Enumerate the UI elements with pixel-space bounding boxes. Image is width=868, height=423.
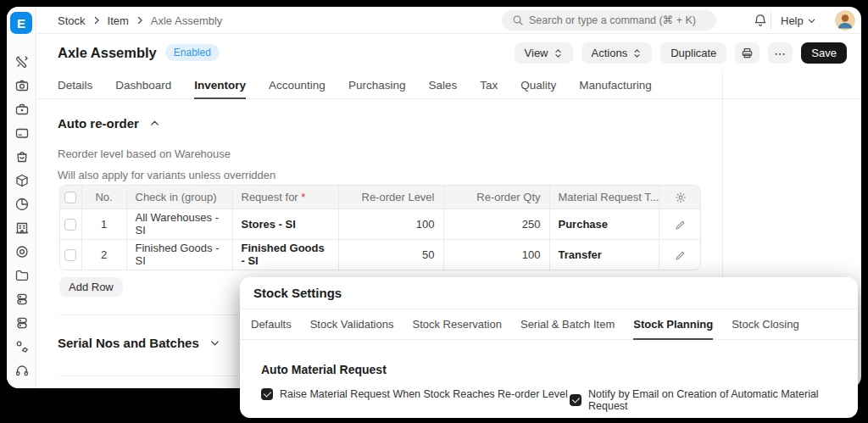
edit-row-icon[interactable] <box>675 250 686 261</box>
duplicate-label: Duplicate <box>670 47 716 59</box>
variants-help-text: Will also apply for variants unless over… <box>58 169 275 181</box>
cell-request-for[interactable]: Finished Goods - SI <box>232 239 338 270</box>
save-button[interactable]: Save <box>801 42 847 64</box>
notify-by-email-checkbox[interactable]: Notify by Email on Creation of Automatic… <box>570 388 858 412</box>
tab-stock-validations[interactable]: Stock Validations <box>310 309 394 340</box>
duplicate-button[interactable]: Duplicate <box>660 42 726 64</box>
cell-reorder-level[interactable]: 100 <box>338 209 443 239</box>
sidebar: E <box>7 7 36 388</box>
checkbox-label: Raise Material Request When Stock Reache… <box>280 388 568 400</box>
serial-nos-title: Serial Nos and Batches <box>58 336 199 350</box>
tab-purchasing[interactable]: Purchasing <box>348 72 406 99</box>
print-button[interactable] <box>735 42 760 64</box>
cell-material-request-type[interactable]: Transfer <box>549 239 659 270</box>
select-all-checkbox[interactable] <box>64 192 76 203</box>
checkbox-label: Notify by Email on Creation of Automatic… <box>588 388 858 412</box>
cell-no: 2 <box>81 239 126 270</box>
view-button[interactable]: View <box>515 42 573 64</box>
col-material-request-type: Material Request T... <box>549 186 659 209</box>
package-icon[interactable] <box>14 173 30 188</box>
save-label: Save <box>811 47 837 59</box>
checkbox-checked-icon[interactable] <box>261 388 273 400</box>
tab-serial-batch-item[interactable]: Serial & Batch Item <box>520 309 615 340</box>
raise-material-request-checkbox[interactable]: Raise Material Request When Stock Reache… <box>261 388 568 400</box>
shopping-bag-icon[interactable] <box>14 149 30 164</box>
table-row[interactable]: 2 Finished Goods - SI Finished Goods - S… <box>60 239 701 270</box>
cell-check-in[interactable]: Finished Goods - SI <box>126 239 232 270</box>
row-checkbox[interactable] <box>64 219 76 231</box>
tab-inventory[interactable]: Inventory <box>194 72 246 99</box>
stock-settings-title: Stock Settings <box>253 286 342 300</box>
updown-chevron-icon <box>554 48 563 58</box>
tab-sales[interactable]: Sales <box>428 72 457 99</box>
auto-material-request-title: Auto Material Request <box>261 363 387 376</box>
reorder-help-text: Reorder level based on Warehouse <box>58 147 231 160</box>
required-asterisk: * <box>301 191 305 203</box>
ellipsis-icon: ⋯ <box>774 47 787 60</box>
col-request-for: Request for * <box>232 186 338 209</box>
topbar: Stock Item Axle Assembly Help <box>36 7 861 34</box>
stock-settings-header: Stock Settings <box>240 277 858 309</box>
folder-icon[interactable] <box>14 268 30 283</box>
search-input[interactable] <box>502 10 716 31</box>
breadcrumb-current: Axle Assembly <box>151 14 223 27</box>
tab-details[interactable]: Details <box>58 72 92 99</box>
cell-check-in[interactable]: All Warehouses - SI <box>126 209 232 239</box>
erpnext-logo-icon[interactable]: E <box>10 12 32 34</box>
shapes-icon[interactable] <box>14 339 30 354</box>
actions-label: Actions <box>592 47 628 59</box>
cell-reorder-level[interactable]: 50 <box>338 239 443 270</box>
headset-icon[interactable] <box>14 363 30 378</box>
building-icon[interactable] <box>14 220 30 236</box>
cell-reorder-qty[interactable]: 250 <box>443 209 549 239</box>
notification-bell-icon[interactable] <box>753 13 768 28</box>
breadcrumb-stock[interactable]: Stock <box>58 14 86 27</box>
tab-quality[interactable]: Quality <box>520 72 556 99</box>
database-icon[interactable] <box>14 315 30 331</box>
cell-reorder-qty[interactable]: 100 <box>443 239 549 270</box>
page-title-text: Axle Assembly <box>58 45 157 61</box>
grid-settings-gear-icon[interactable] <box>675 192 687 203</box>
breadcrumb: Stock Item Axle Assembly <box>58 7 222 34</box>
actions-button[interactable]: Actions <box>581 42 653 64</box>
col-reorder-level: Re-order Level <box>338 186 443 209</box>
tab-stock-reservation[interactable]: Stock Reservation <box>412 309 502 340</box>
checkbox-checked-icon[interactable] <box>570 394 581 406</box>
row-checkbox[interactable] <box>64 249 76 261</box>
col-no: No. <box>81 186 126 209</box>
topbar-divider <box>771 12 771 29</box>
tab-stock-closing[interactable]: Stock Closing <box>732 309 798 340</box>
auto-reorder-section-header[interactable]: Auto re-order <box>58 116 160 131</box>
tab-manufacturing[interactable]: Manufacturing <box>579 72 652 99</box>
add-row-button[interactable]: Add Row <box>59 277 123 297</box>
tab-defaults[interactable]: Defaults <box>251 309 292 340</box>
tab-tax[interactable]: Tax <box>480 72 498 99</box>
chevron-down-icon <box>807 16 816 25</box>
stock-settings-panel: Stock Settings Defaults Stock Validation… <box>240 277 858 418</box>
tools-icon[interactable] <box>14 54 30 70</box>
breadcrumb-item[interactable]: Item <box>108 14 129 27</box>
more-options-button[interactable]: ⋯ <box>768 42 793 64</box>
card-icon[interactable] <box>14 125 30 141</box>
cell-material-request-type[interactable]: Purchase <box>549 209 659 239</box>
user-avatar[interactable] <box>835 10 855 31</box>
edit-row-icon[interactable] <box>675 220 686 231</box>
help-menu[interactable]: Help <box>781 7 816 34</box>
grid-header-row: No. Check in (group) Request for * Re-or… <box>60 186 701 209</box>
document-header: Axle Assembly Enabled View Actions Dupli… <box>36 34 861 72</box>
briefcase-icon[interactable] <box>14 102 30 117</box>
badge-icon[interactable] <box>14 244 30 259</box>
cell-request-for[interactable]: Stores - SI <box>232 209 338 239</box>
tab-dashboard[interactable]: Dashboard <box>115 72 171 99</box>
chevron-right-icon <box>92 15 102 25</box>
database-icon[interactable] <box>14 292 30 307</box>
serial-nos-section-header[interactable]: Serial Nos and Batches <box>58 336 220 350</box>
tab-bar: Details Dashboard Inventory Accounting P… <box>36 72 861 99</box>
tab-accounting[interactable]: Accounting <box>269 72 326 99</box>
tab-stock-planning[interactable]: Stock Planning <box>633 309 713 340</box>
pie-chart-icon[interactable] <box>14 197 30 212</box>
reorder-grid: No. Check in (group) Request for * Re-or… <box>59 185 701 270</box>
camera-icon[interactable] <box>14 78 30 93</box>
search-icon <box>512 14 524 26</box>
table-row[interactable]: 1 All Warehouses - SI Stores - SI 100 25… <box>60 209 701 239</box>
